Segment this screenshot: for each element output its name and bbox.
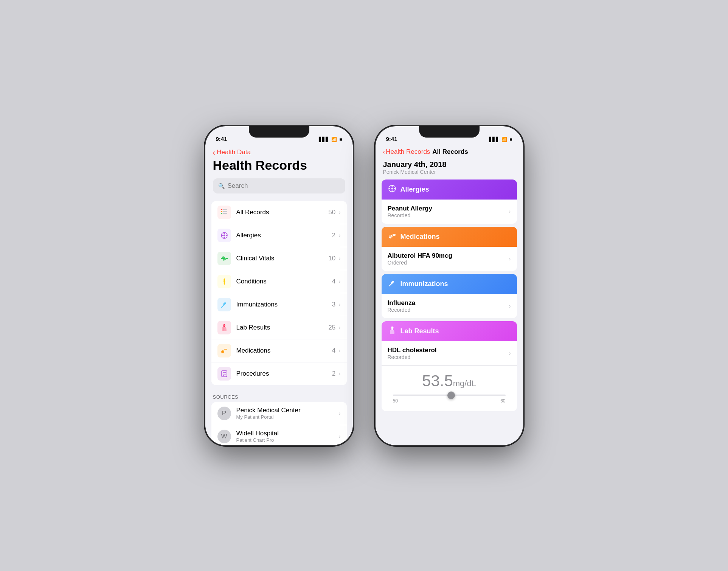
immunizations-section: Immunizations Influenza Recorded › bbox=[382, 274, 517, 318]
svg-rect-20 bbox=[223, 326, 224, 331]
medications-section: Medications Albuterol HFA 90mcg Ordered … bbox=[382, 227, 517, 271]
list-item-all-records[interactable]: All Records 50 › bbox=[211, 201, 347, 224]
lab-max-label: 60 bbox=[500, 398, 505, 404]
back-btn-2[interactable]: ‹ Health Records bbox=[383, 148, 430, 156]
signal-icon-2: ▋▋▋ bbox=[489, 137, 499, 142]
vitals-label: Clinical Vitals bbox=[236, 255, 329, 262]
svg-point-13 bbox=[224, 279, 225, 281]
list-item-allergies[interactable]: Allergies 2 › bbox=[211, 224, 347, 247]
svg-point-10 bbox=[226, 235, 227, 236]
sources-list: P Penick Medical Center My Patient Porta… bbox=[211, 402, 347, 445]
peanut-allergy-record[interactable]: Peanut Allergy Recorded › bbox=[382, 200, 517, 224]
lab-slider: 50 60 bbox=[389, 395, 509, 404]
list-item-lab-results[interactable]: Lab Results 25 › bbox=[211, 316, 347, 339]
peanut-allergy-chevron: › bbox=[509, 208, 511, 215]
allergies-count: 2 bbox=[332, 232, 335, 239]
albuterol-chevron: › bbox=[509, 255, 511, 262]
search-bar[interactable]: 🔍 bbox=[213, 178, 345, 193]
list-item-clinical-vitals[interactable]: Clinical Vitals 10 › bbox=[211, 247, 347, 270]
search-icon: 🔍 bbox=[218, 183, 225, 189]
allergies-label: Allergies bbox=[236, 232, 332, 239]
screen-1: 9:41 ▋▋▋ 📶 ■ ‹ Health Data Health Record… bbox=[205, 126, 353, 445]
lab-value-display: 53.5mg/dL bbox=[389, 372, 509, 390]
svg-point-11 bbox=[223, 234, 225, 236]
list-item-conditions[interactable]: Conditions 4 › bbox=[211, 270, 347, 293]
widell-info: Widell Hospital Patient Chart Pro bbox=[236, 430, 339, 443]
procedures-chevron: › bbox=[338, 370, 340, 377]
hdl-info: HDL cholesterol Recorded bbox=[388, 347, 437, 360]
svg-rect-4 bbox=[223, 211, 227, 212]
immunizations-icon bbox=[217, 298, 231, 311]
svg-rect-0 bbox=[221, 209, 222, 210]
nav-back-1[interactable]: ‹ Health Data bbox=[205, 145, 353, 157]
lab-slider-thumb bbox=[447, 391, 455, 399]
medications-count: 4 bbox=[332, 347, 335, 354]
all-records-count: 50 bbox=[328, 209, 335, 216]
source-widell[interactable]: W Widell Hospital Patient Chart Pro › bbox=[211, 425, 347, 445]
svg-point-29 bbox=[391, 185, 393, 187]
svg-rect-2 bbox=[221, 213, 222, 214]
widell-chevron: › bbox=[338, 433, 340, 440]
phone-2: 9:41 ▋▋▋ 📶 ■ ‹ Health Records All Record… bbox=[376, 126, 523, 445]
albuterol-name: Albuterol HFA 90mcg bbox=[388, 252, 452, 260]
screen-2: 9:41 ▋▋▋ 📶 ■ ‹ Health Records All Record… bbox=[376, 126, 523, 445]
signal-icon: ▋▋▋ bbox=[319, 137, 329, 142]
svg-rect-5 bbox=[223, 213, 227, 214]
widell-name: Widell Hospital bbox=[236, 430, 339, 437]
immunizations-count: 3 bbox=[332, 301, 335, 308]
medications-label: Medications bbox=[236, 347, 332, 354]
nav-current-2: All Records bbox=[432, 148, 468, 156]
allergies-chevron: › bbox=[338, 232, 340, 239]
vitals-icon bbox=[217, 252, 231, 265]
medications-icon bbox=[217, 344, 231, 357]
immunizations-header: Immunizations bbox=[382, 274, 517, 294]
facility-text: Penick Medical Center bbox=[383, 169, 515, 175]
phone-1: 9:41 ▋▋▋ 📶 ■ ‹ Health Data Health Record… bbox=[205, 126, 353, 445]
widell-avatar: W bbox=[217, 430, 231, 443]
influenza-info: Influenza Recorded bbox=[388, 299, 416, 313]
svg-point-7 bbox=[224, 232, 225, 234]
all-records-label: All Records bbox=[236, 209, 329, 216]
penick-chevron: › bbox=[338, 410, 340, 417]
lab-results-icon bbox=[217, 321, 231, 334]
wifi-icon-2: 📶 bbox=[501, 137, 507, 142]
page-title-1: Health Records bbox=[205, 157, 353, 178]
svg-point-31 bbox=[389, 188, 390, 189]
hdl-name: HDL cholesterol bbox=[388, 347, 437, 354]
source-penick[interactable]: P Penick Medical Center My Patient Porta… bbox=[211, 402, 347, 425]
svg-point-8 bbox=[224, 237, 225, 238]
status-icons-1: ▋▋▋ 📶 ■ bbox=[319, 137, 342, 142]
lab-results-section: Lab Results HDL cholesterol Recorded › 5… bbox=[382, 321, 517, 411]
influenza-status: Recorded bbox=[388, 307, 416, 313]
list-item-medications[interactable]: Medications 4 › bbox=[211, 339, 347, 362]
all-records-chevron: › bbox=[338, 209, 340, 216]
albuterol-record[interactable]: Albuterol HFA 90mcg Ordered › bbox=[382, 247, 517, 271]
conditions-count: 4 bbox=[332, 278, 335, 285]
list-item-procedures[interactable]: Procedures 2 › bbox=[211, 362, 347, 385]
allergies-icon bbox=[217, 229, 231, 242]
svg-rect-1 bbox=[221, 211, 222, 212]
nav-title-2: Health Records bbox=[386, 148, 430, 156]
list-item-immunizations[interactable]: Immunizations 3 › bbox=[211, 293, 347, 316]
lab-results-cat-title: Lab Results bbox=[400, 327, 439, 335]
influenza-record[interactable]: Influenza Recorded › bbox=[382, 294, 517, 318]
albuterol-status: Ordered bbox=[388, 260, 452, 266]
svg-point-30 bbox=[391, 190, 393, 192]
lab-results-header: Lab Results bbox=[382, 321, 517, 341]
medications-chevron: › bbox=[338, 347, 340, 354]
notch bbox=[249, 126, 309, 138]
allergies-cat-icon bbox=[388, 184, 397, 195]
search-input[interactable] bbox=[228, 182, 340, 190]
lab-min-label: 50 bbox=[393, 398, 398, 404]
svg-point-22 bbox=[222, 351, 224, 353]
hdl-record[interactable]: HDL cholesterol Recorded › bbox=[382, 341, 517, 366]
peanut-allergy-info: Peanut Allergy Recorded bbox=[388, 205, 432, 218]
svg-rect-40 bbox=[391, 327, 394, 328]
penick-name: Penick Medical Center bbox=[236, 407, 339, 414]
battery-icon: ■ bbox=[339, 137, 342, 142]
lab-labels: 50 60 bbox=[393, 398, 506, 404]
screen2-nav: ‹ Health Records All Records bbox=[376, 145, 523, 156]
peanut-allergy-status: Recorded bbox=[388, 212, 432, 218]
immunizations-label: Immunizations bbox=[236, 301, 332, 308]
widell-sub: Patient Chart Pro bbox=[236, 437, 339, 443]
